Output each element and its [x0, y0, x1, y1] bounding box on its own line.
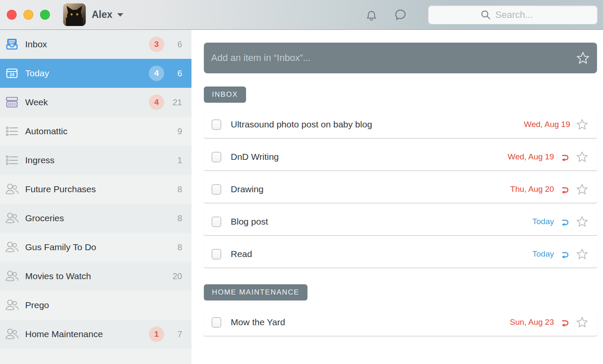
people-icon [5, 327, 19, 341]
search-input[interactable] [496, 9, 546, 20]
star-icon[interactable] [576, 248, 589, 260]
due-date: Thu, Aug 20 [510, 185, 554, 194]
unread-badge: 3 [149, 37, 164, 52]
user-avatar[interactable] [63, 3, 86, 26]
task-meta: Today [532, 248, 589, 260]
item-count: 8 [168, 214, 182, 223]
due-date: Wed, Aug 19 [524, 120, 570, 129]
repeat-icon [560, 217, 570, 227]
toolbar-right [365, 6, 603, 24]
item-count: 9 [168, 127, 182, 136]
sidebar-item-label: Ingress [25, 155, 55, 165]
star-icon[interactable] [576, 150, 589, 163]
chat-bubble-icon[interactable] [394, 8, 407, 22]
sidebar-item-movies-to-watch[interactable]: Movies to Watch 20 [0, 262, 191, 291]
task-meta: Sun, Aug 23 [510, 316, 589, 329]
window-toolbar: Alex [0, 0, 603, 30]
chevron-down-icon[interactable] [117, 13, 123, 17]
people-icon [5, 211, 19, 225]
sidebar-item-label: Automattic [25, 126, 67, 136]
task-row[interactable]: Mow the Yard Sun, Aug 23 [204, 309, 597, 336]
task-row[interactable]: Ultrasound photo post on baby blog Wed, … [204, 111, 597, 138]
sidebar-item-label: Week [25, 97, 48, 107]
task-title: Mow the Yard [231, 317, 285, 327]
due-date: Sun, Aug 23 [510, 318, 554, 327]
repeat-icon [560, 184, 570, 195]
task-row[interactable]: Read Today [204, 240, 597, 268]
list-icon [5, 153, 19, 167]
task-meta: Wed, Aug 19 [508, 150, 589, 163]
unread-badge: 1 [149, 326, 164, 342]
repeat-icon [560, 249, 570, 260]
sidebar-item-gus-family-to-do[interactable]: Gus Family To Do 8 [0, 233, 191, 262]
task-meta: Today [532, 215, 589, 228]
add-item-input[interactable] [211, 52, 576, 64]
sidebar-item-label: Gus Family To Do [25, 242, 96, 252]
task-row[interactable]: DnD Writing Wed, Aug 19 [204, 143, 597, 170]
item-count: 21 [168, 98, 182, 107]
people-icon [5, 269, 19, 283]
sidebar-item-label: Groceries [25, 213, 64, 223]
section-label-badge: HOME MAINTENANCE [204, 284, 307, 300]
add-item-bar [204, 43, 597, 73]
task-checkbox[interactable] [212, 184, 221, 195]
window-controls [7, 10, 50, 20]
task-checkbox[interactable] [212, 317, 221, 328]
app-body: Inbox 3 6 24 Today 4 6 Week 4 21 Automat… [0, 30, 603, 364]
sidebar-item-label: Home Maintenance [25, 329, 103, 339]
star-icon[interactable] [576, 316, 589, 329]
task-list: Mow the Yard Sun, Aug 23 [204, 309, 597, 336]
sidebar-item-groceries[interactable]: Groceries 8 [0, 204, 191, 233]
item-count: 6 [168, 69, 182, 78]
people-icon [5, 298, 19, 312]
sidebar-item-future-purchases[interactable]: Future Purchases 8 [0, 175, 191, 204]
sidebar-item-ingress[interactable]: Ingress 1 [0, 146, 191, 175]
sidebar-item-home-maintenance[interactable]: Home Maintenance 1 7 [0, 320, 191, 349]
sidebar-item-label: Inbox [25, 39, 47, 49]
sidebar-item-today[interactable]: 24 Today 4 6 [0, 59, 191, 88]
unread-badge: 4 [149, 95, 164, 110]
minimize-button[interactable] [23, 10, 33, 20]
week-icon [5, 95, 19, 109]
sidebar-item-label: Prego [25, 300, 49, 310]
inbox-icon [5, 38, 19, 51]
task-checkbox[interactable] [212, 119, 221, 130]
sidebar-item-prego[interactable]: Prego [0, 291, 191, 320]
star-icon[interactable] [576, 183, 589, 196]
star-icon[interactable] [576, 215, 589, 228]
task-list: Ultrasound photo post on baby blog Wed, … [204, 111, 597, 268]
task-title: Blog post [231, 217, 268, 227]
due-date: Today [532, 249, 554, 259]
list-icon [5, 124, 19, 138]
task-checkbox[interactable] [212, 249, 221, 260]
item-count: 1 [168, 156, 182, 165]
task-checkbox[interactable] [212, 152, 221, 162]
unread-badge: 4 [149, 66, 164, 81]
task-checkbox[interactable] [212, 217, 221, 227]
item-count: 20 [168, 272, 182, 281]
close-button[interactable] [7, 10, 17, 20]
due-date: Wed, Aug 19 [508, 152, 554, 162]
star-icon[interactable] [576, 51, 590, 65]
task-meta: Wed, Aug 19 [524, 118, 589, 131]
sidebar-item-week[interactable]: Week 4 21 [0, 88, 191, 117]
task-sections: INBOX Ultrasound photo post on baby blog… [204, 73, 597, 336]
people-icon [5, 240, 19, 254]
repeat-icon [560, 152, 570, 162]
repeat-icon [560, 317, 570, 328]
bell-icon[interactable] [365, 8, 378, 22]
sidebar-item-inbox[interactable]: Inbox 3 6 [0, 30, 191, 59]
item-count: 6 [168, 40, 182, 49]
star-icon[interactable] [576, 118, 589, 131]
due-date: Today [532, 217, 554, 226]
search-box [428, 6, 597, 24]
sidebar-item-label: Movies to Watch [25, 271, 91, 281]
sidebar-item-automattic[interactable]: Automattic 9 [0, 117, 191, 146]
user-name[interactable]: Alex [92, 9, 113, 20]
zoom-button[interactable] [40, 10, 50, 20]
task-row[interactable]: Blog post Today [204, 208, 597, 235]
sidebar-item-label: Today [25, 68, 49, 78]
main-panel: INBOX Ultrasound photo post on baby blog… [191, 30, 603, 364]
task-title: Ultrasound photo post on baby blog [231, 119, 372, 130]
task-row[interactable]: Drawing Thu, Aug 20 [204, 176, 597, 203]
